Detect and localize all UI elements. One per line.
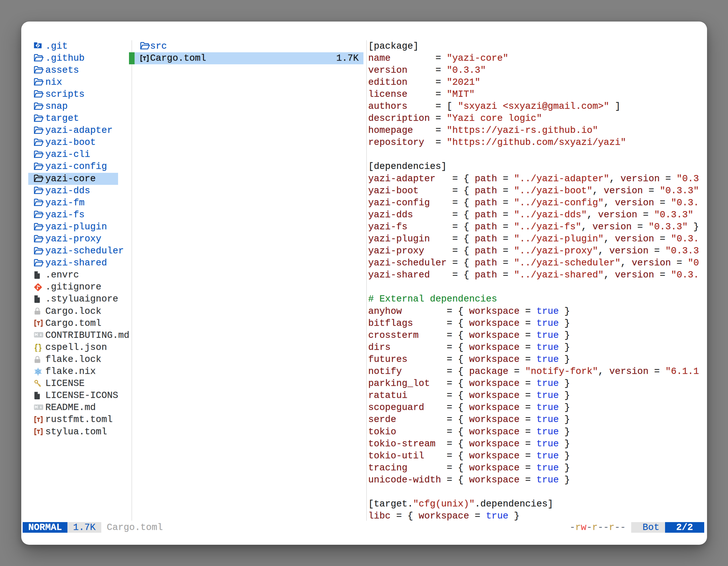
svg-text:{}: {} (34, 343, 42, 352)
